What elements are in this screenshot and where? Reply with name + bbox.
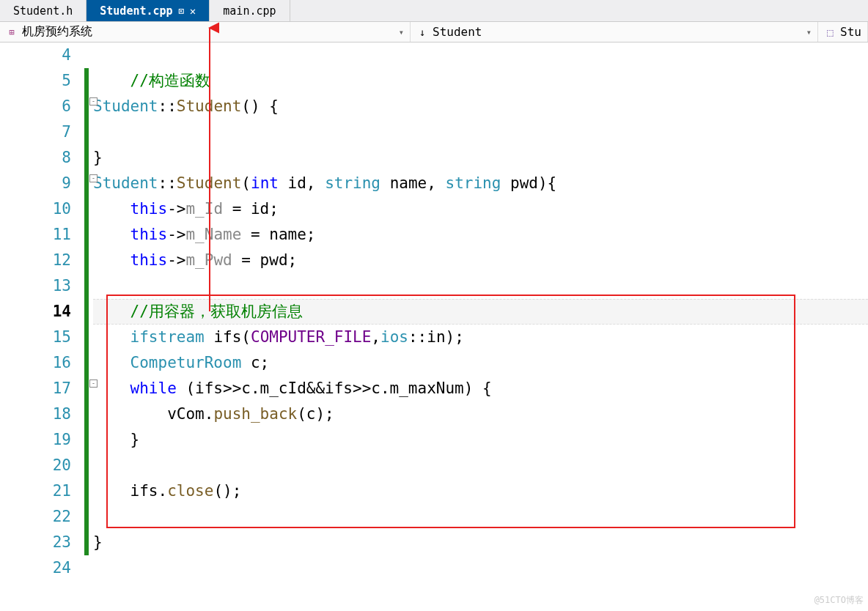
scope-label: 机房预约系统 — [22, 24, 92, 40]
cube-icon: ⬚ — [824, 26, 836, 38]
code-line[interactable]: this->m_Id = id; — [93, 196, 868, 222]
member-dropdown[interactable]: ↓ Student ▾ — [411, 22, 818, 42]
line-number: 9 — [0, 171, 71, 196]
code-line[interactable] — [93, 119, 868, 145]
change-indicator — [84, 299, 89, 325]
change-indicator — [84, 68, 89, 94]
code-editor[interactable]: 456789101112131415161718192021222324 //构… — [0, 42, 868, 611]
code-line[interactable] — [93, 273, 868, 299]
member-label: Student — [433, 25, 482, 39]
change-indicator — [84, 94, 89, 119]
code-line[interactable]: } — [93, 145, 868, 171]
code-line[interactable]: this->m_Pwd = pwd; — [93, 248, 868, 273]
line-number: 6 — [0, 94, 71, 119]
line-number: 22 — [0, 504, 71, 530]
code-line[interactable]: } — [93, 427, 868, 453]
code-line[interactable]: -Student::Student(int id, string name, s… — [93, 171, 868, 196]
line-number: 14 — [0, 299, 71, 325]
right-label: Stu — [840, 25, 861, 39]
change-indicator — [84, 504, 89, 530]
code-line[interactable] — [93, 42, 868, 68]
code-line[interactable]: ifs.close(); — [93, 478, 868, 504]
tab-bar: Student.h Student.cpp ⊡ ✕ main.cpp — [0, 0, 868, 22]
code-line[interactable]: //构造函数 — [93, 68, 868, 94]
change-indicator — [84, 453, 89, 478]
change-indicator — [84, 145, 89, 171]
change-indicator — [84, 248, 89, 273]
line-number: 23 — [0, 530, 71, 555]
watermark: @51CTO博客 — [814, 594, 864, 607]
change-indicator — [84, 478, 89, 504]
code-line[interactable]: ifstream ifs(COMPUTER_FILE,ios::in); — [93, 325, 868, 350]
member-icon: ↓ — [416, 26, 428, 38]
line-number: 12 — [0, 248, 71, 273]
code-line[interactable]: - while (ifs>>c.m_cId&&ifs>>c.m_maxNum) … — [93, 376, 868, 401]
line-number: 21 — [0, 478, 71, 504]
change-indicator — [84, 222, 89, 248]
tab-student-h[interactable]: Student.h — [0, 0, 87, 21]
code-line[interactable]: //用容器，获取机房信息 — [93, 299, 868, 325]
line-number: 8 — [0, 145, 71, 171]
code-line[interactable]: vCom.push_back(c); — [93, 401, 868, 427]
line-number: 24 — [0, 555, 71, 581]
code-line[interactable]: this->m_Name = name; — [93, 222, 868, 248]
code-line[interactable]: CompeturRoom c; — [93, 350, 868, 376]
line-gutter: 456789101112131415161718192021222324 — [0, 42, 84, 611]
change-indicator — [84, 171, 89, 196]
fold-toggle[interactable]: - — [89, 174, 98, 182]
fold-toggle[interactable]: - — [89, 97, 98, 105]
scope-icon: ⊞ — [6, 26, 18, 38]
change-indicator — [84, 119, 89, 145]
change-indicator — [84, 196, 89, 222]
code-line[interactable] — [93, 555, 868, 581]
line-number: 10 — [0, 196, 71, 222]
code-line[interactable]: } — [93, 530, 868, 555]
right-dropdown[interactable]: ⬚ Stu — [818, 22, 868, 42]
line-number: 15 — [0, 325, 71, 350]
change-indicator — [84, 427, 89, 453]
code-area[interactable]: //构造函数-Student::Student() {}-Student::St… — [84, 42, 868, 611]
line-number: 17 — [0, 376, 71, 401]
fold-toggle[interactable]: - — [89, 379, 98, 388]
line-number: 4 — [0, 42, 71, 68]
change-indicator — [84, 401, 89, 427]
change-indicator — [84, 350, 89, 376]
close-icon[interactable]: ✕ — [190, 5, 196, 17]
line-number: 13 — [0, 273, 71, 299]
tab-main-cpp[interactable]: main.cpp — [210, 0, 290, 21]
line-number: 20 — [0, 453, 71, 478]
change-indicator — [84, 325, 89, 350]
pin-icon[interactable]: ⊡ — [179, 6, 184, 16]
line-number: 16 — [0, 350, 71, 376]
navigation-bar: ⊞ 机房预约系统 ▾ ↓ Student ▾ ⬚ Stu — [0, 22, 868, 42]
line-number: 11 — [0, 222, 71, 248]
change-indicator — [84, 376, 89, 401]
code-line[interactable]: -Student::Student() { — [93, 94, 868, 119]
line-number: 18 — [0, 401, 71, 427]
line-number: 7 — [0, 119, 71, 145]
change-indicator — [84, 530, 89, 555]
chevron-down-icon: ▾ — [806, 27, 812, 37]
change-indicator — [84, 273, 89, 299]
line-number: 5 — [0, 68, 71, 94]
line-number: 19 — [0, 427, 71, 453]
tab-student-cpp[interactable]: Student.cpp ⊡ ✕ — [87, 0, 210, 21]
scope-dropdown[interactable]: ⊞ 机房预约系统 ▾ — [0, 22, 411, 42]
code-line[interactable] — [93, 504, 868, 530]
code-line[interactable] — [93, 453, 868, 478]
chevron-down-icon: ▾ — [399, 27, 404, 37]
